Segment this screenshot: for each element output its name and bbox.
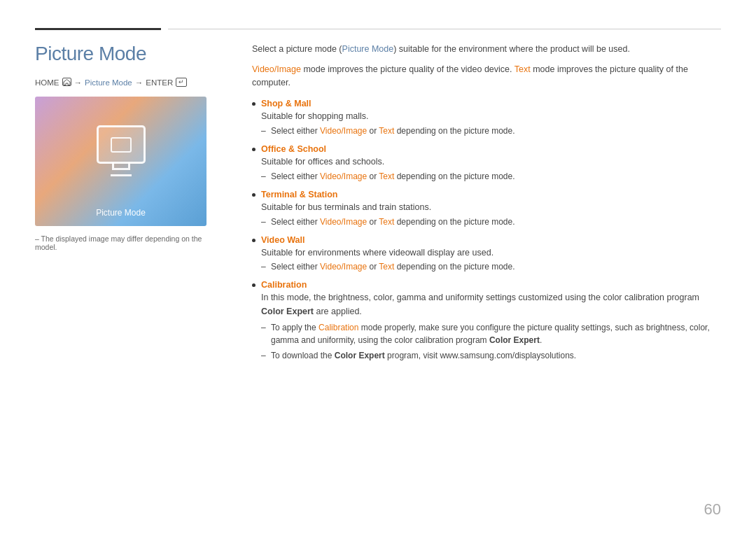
- text-ref: Text: [379, 171, 394, 181]
- video-image-ref: Video/Image: [320, 217, 367, 227]
- bullet-dot: [252, 239, 255, 242]
- text-ref: Text: [379, 217, 394, 227]
- page-number: 60: [704, 500, 721, 519]
- sub-item-terminal: Select either Video/Image or Text depend…: [261, 216, 721, 228]
- text-ref: Text: [379, 126, 394, 136]
- bullet-desc-shop: Suitable for shopping malls.: [261, 110, 721, 123]
- left-panel: Picture Mode HOME → Picture Mode → ENTER…: [35, 43, 245, 513]
- text-label: Text: [514, 64, 531, 74]
- breadcrumb-link: Picture Mode: [85, 78, 132, 87]
- video-image-label: Video/Image: [252, 64, 301, 74]
- intro-paragraph-2: Video/Image mode improves the picture qu…: [252, 63, 721, 90]
- video-image-ref: Video/Image: [320, 126, 367, 136]
- bullet-title-videowall: Video Wall: [261, 235, 305, 245]
- image-gradient: Picture Mode: [35, 97, 206, 226]
- calibration-ref: Calibration: [318, 323, 358, 332]
- bullet-desc-office: Suitable for offices and schools.: [261, 155, 721, 169]
- video-image-ref: Video/Image: [320, 171, 367, 181]
- sub-item-shop: Select either Video/Image or Text depend…: [261, 125, 721, 137]
- breadcrumb: HOME → Picture Mode → ENTER ↵: [35, 78, 224, 87]
- sub-item-videowall: Select either Video/Image or Text depend…: [261, 260, 721, 273]
- bullet-dot: [252, 148, 255, 151]
- image-caption: The displayed image may differ depending…: [35, 234, 224, 251]
- sub-item-calibration-2: To download the Color Expert program, vi…: [261, 349, 721, 362]
- video-image-ref: Video/Image: [320, 262, 367, 272]
- breadcrumb-enter-text: ENTER: [146, 78, 173, 87]
- image-label: Picture Mode: [96, 208, 146, 218]
- list-item: Office & School Suitable for offices and…: [252, 144, 721, 183]
- monitor-stand: [111, 174, 132, 176]
- list-item: Shop & Mall Suitable for shopping malls.…: [252, 99, 721, 137]
- content-area: Picture Mode HOME → Picture Mode → ENTER…: [35, 43, 721, 513]
- bullet-desc-calibration: In this mode, the brightness, color, gam…: [261, 291, 721, 318]
- top-border-dark: [35, 28, 161, 30]
- bullet-desc-videowall: Suitable for environments where videowal…: [261, 246, 721, 260]
- bullet-desc-terminal: Suitable for bus terminals and train sta…: [261, 201, 721, 214]
- monitor-icon: [97, 125, 146, 164]
- enter-icon: ↵: [176, 78, 187, 87]
- sub-list-calibration: To apply the Calibration mode properly, …: [261, 321, 721, 362]
- sub-item-calibration-1: To apply the Calibration mode properly, …: [261, 321, 721, 346]
- intro-paragraph-1: Select a picture mode (Picture Mode) sui…: [252, 43, 721, 56]
- sub-list-office: Select either Video/Image or Text depend…: [261, 170, 721, 183]
- page-title: Picture Mode: [35, 43, 224, 65]
- top-border-light: [168, 29, 721, 29]
- bullet-dot: [252, 283, 255, 287]
- breadcrumb-home: HOME: [35, 78, 59, 87]
- picture-mode-image: Picture Mode: [35, 97, 206, 226]
- svg-rect-0: [111, 138, 131, 152]
- breadcrumb-arrow1: →: [74, 78, 83, 87]
- sub-list-videowall: Select either Video/Image or Text depend…: [261, 260, 721, 273]
- list-item: Calibration In this mode, the brightness…: [252, 280, 721, 362]
- bullet-title-office: Office & School: [261, 144, 326, 154]
- page-container: Picture Mode HOME → Picture Mode → ENTER…: [0, 0, 756, 534]
- home-icon: [62, 78, 71, 86]
- breadcrumb-arrow2: →: [135, 78, 144, 87]
- picture-mode-link: Picture Mode: [342, 44, 394, 54]
- top-border: [35, 28, 721, 30]
- bullet-title-calibration: Calibration: [261, 280, 307, 290]
- sub-list-terminal: Select either Video/Image or Text depend…: [261, 216, 721, 228]
- right-panel: Select a picture mode (Picture Mode) sui…: [245, 43, 721, 513]
- bullet-title-shop: Shop & Mall: [261, 99, 312, 108]
- list-item: Video Wall Suitable for environments whe…: [252, 235, 721, 274]
- bullet-dot: [252, 102, 255, 106]
- sub-list-shop: Select either Video/Image or Text depend…: [261, 125, 721, 137]
- list-item: Terminal & Station Suitable for bus term…: [252, 190, 721, 228]
- sub-item-office: Select either Video/Image or Text depend…: [261, 170, 721, 183]
- bullet-title-terminal: Terminal & Station: [261, 190, 338, 199]
- bullet-dot: [252, 193, 255, 197]
- text-ref: Text: [379, 262, 394, 272]
- bullet-list: Shop & Mall Suitable for shopping malls.…: [252, 99, 721, 362]
